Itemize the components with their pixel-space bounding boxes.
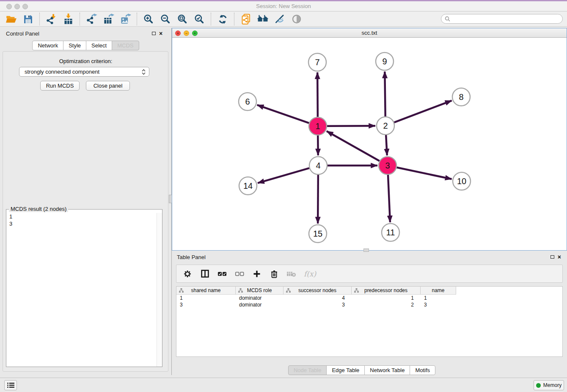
select-all-button[interactable]: [217, 269, 227, 279]
status-bar: Memory: [0, 378, 567, 392]
deselect-all-button[interactable]: [234, 269, 245, 279]
graph-edge-2-8[interactable]: [394, 101, 452, 123]
show-columns-button[interactable]: [200, 269, 210, 279]
graph-node-label-9: 9: [382, 57, 387, 66]
function-builder-button[interactable]: f(x): [304, 270, 316, 278]
network-canvas[interactable]: 7968124314101511: [172, 38, 567, 250]
new-network-from-selection-button[interactable]: [237, 12, 254, 26]
delete-table-button[interactable]: [286, 269, 297, 279]
table-body: 1dominator4113dominator323: [176, 295, 562, 308]
tab-mcds[interactable]: MCDS: [112, 41, 139, 50]
column-header-shared-name[interactable]: shared name: [176, 287, 236, 295]
export-network-button[interactable]: [83, 12, 100, 26]
horizontal-splitter-handle[interactable]: [363, 248, 369, 252]
column-header-MCDS-role[interactable]: MCDS role: [236, 287, 284, 295]
export-image-button[interactable]: [117, 12, 134, 26]
table-row[interactable]: 3dominator323: [176, 301, 562, 308]
cell-predecessor-nodes[interactable]: 2: [352, 302, 421, 308]
export-table-button[interactable]: [100, 12, 117, 26]
cell-MCDS-role[interactable]: dominator: [236, 302, 284, 308]
zoom-selected-button[interactable]: [191, 12, 208, 26]
network-minimize-button[interactable]: −: [184, 30, 189, 36]
search-field[interactable]: [441, 14, 563, 24]
float-table-panel-icon[interactable]: [550, 255, 554, 259]
zoom-window-button[interactable]: [22, 4, 28, 9]
zoom-fit-button[interactable]: [174, 12, 191, 26]
minimize-window-button[interactable]: [14, 4, 20, 9]
control-panel-buttons: ×: [152, 31, 162, 36]
network-zoom-button[interactable]: +: [192, 30, 198, 36]
columns-icon: [201, 269, 209, 278]
delete-table-icon: [286, 270, 297, 278]
add-column-button[interactable]: [252, 269, 262, 279]
tab-edge-table[interactable]: Edge Table: [326, 365, 365, 375]
close-panel-button[interactable]: Close panel: [86, 81, 130, 91]
graph-node-label-14: 14: [243, 181, 253, 190]
graph-edge-2-3[interactable]: [386, 135, 387, 155]
graph-edge-2-9[interactable]: [385, 72, 385, 116]
graph-edge-3-10[interactable]: [397, 168, 452, 179]
tab-network[interactable]: Network: [32, 41, 63, 50]
import-network-icon: [46, 14, 57, 25]
refresh-button[interactable]: [214, 12, 231, 26]
import-network-button[interactable]: [43, 12, 60, 26]
graph-edge-1-7[interactable]: [317, 72, 318, 117]
import-table-button[interactable]: [60, 12, 77, 26]
zoom-in-button[interactable]: [140, 12, 157, 26]
cell-successor-nodes[interactable]: 4: [284, 295, 352, 301]
delete-button[interactable]: [269, 269, 279, 279]
graph-edge-1-2[interactable]: [327, 126, 375, 126]
tab-node-table[interactable]: Node Table: [288, 365, 327, 375]
search-icon: [445, 16, 450, 22]
run-mcds-button[interactable]: Run MCDS: [40, 81, 80, 91]
column-header-name[interactable]: name: [421, 287, 456, 295]
cell-MCDS-role[interactable]: dominator: [236, 295, 284, 301]
graph-edge-4-14[interactable]: [258, 168, 309, 183]
tab-style[interactable]: Style: [63, 41, 86, 50]
network-close-button[interactable]: ×: [175, 30, 181, 36]
float-panel-icon[interactable]: [152, 32, 156, 35]
graph-edge-1-6[interactable]: [257, 105, 309, 123]
save-session-icon: [23, 14, 33, 25]
column-header-successor-nodes[interactable]: successor nodes: [284, 287, 352, 295]
result-line: 1: [6, 213, 162, 220]
hide-selected-button[interactable]: [271, 12, 288, 26]
gear-button[interactable]: [182, 269, 193, 279]
graph-edge-3-11[interactable]: [388, 175, 390, 222]
zoom-out-button[interactable]: [157, 12, 174, 26]
graph-edge-3-1[interactable]: [327, 131, 380, 161]
graph-edge-4-15[interactable]: [318, 175, 318, 224]
close-window-button[interactable]: [6, 4, 12, 9]
graph-node-label-3: 3: [385, 161, 390, 170]
gear-icon: [183, 270, 192, 278]
table-tabs: Node TableEdge TableNetwork TableMotifs: [164, 365, 559, 375]
save-session-button[interactable]: [19, 12, 36, 26]
graph-edge-1-4[interactable]: [318, 135, 318, 155]
network-window-title: scc.txt: [172, 28, 567, 38]
cell-successor-nodes[interactable]: 3: [284, 302, 352, 308]
first-neighbors-button[interactable]: [254, 12, 271, 26]
column-header-predecessor-nodes[interactable]: predecessor nodes: [352, 287, 421, 295]
tab-network-table[interactable]: Network Table: [364, 365, 410, 375]
close-table-panel-icon[interactable]: ×: [558, 255, 561, 259]
cell-name[interactable]: 1: [421, 295, 456, 301]
memory-label: Memory: [543, 382, 561, 388]
cell-shared-name[interactable]: 3: [176, 302, 236, 308]
tab-motifs[interactable]: Motifs: [410, 365, 435, 375]
tab-select[interactable]: Select: [86, 41, 112, 50]
result-scrollbar[interactable]: [157, 213, 162, 367]
cell-shared-name[interactable]: 1: [176, 295, 236, 301]
export-table-icon: [103, 14, 114, 25]
cell-predecessor-nodes[interactable]: 1: [352, 295, 421, 301]
memory-button[interactable]: Memory: [534, 380, 564, 390]
close-panel-icon[interactable]: ×: [159, 31, 162, 36]
show-all-button[interactable]: [288, 12, 305, 26]
table-row[interactable]: 1dominator411: [176, 295, 562, 301]
task-history-button[interactable]: [4, 380, 17, 390]
column-label: MCDS role: [247, 287, 272, 293]
criterion-select[interactable]: strongly connected component: [19, 67, 149, 77]
search-input[interactable]: [452, 14, 562, 23]
refresh-icon: [217, 14, 228, 25]
cell-name[interactable]: 3: [421, 302, 456, 308]
open-session-button[interactable]: [3, 12, 19, 26]
